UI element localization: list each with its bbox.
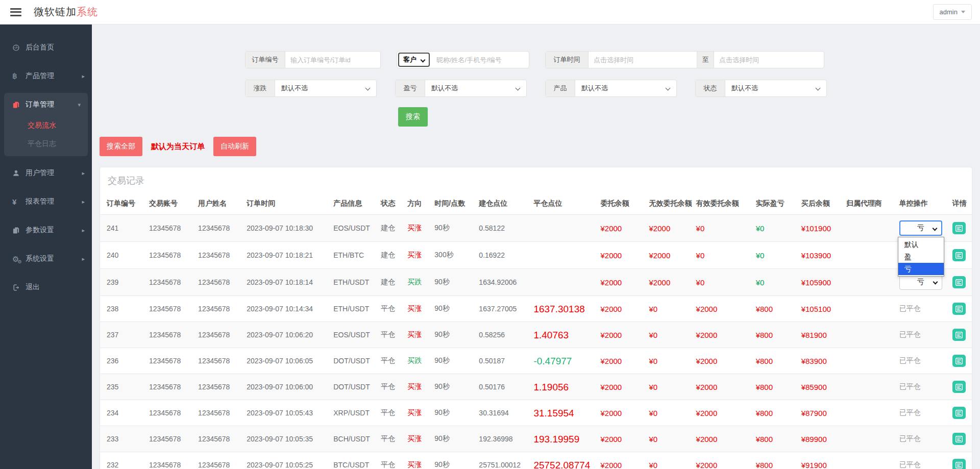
cell-order-id: 238 — [100, 296, 145, 322]
cell-trade-account: 12345678 — [145, 215, 194, 242]
cell-entrust-balance: ¥2000 — [596, 242, 645, 269]
cell-detail — [948, 215, 972, 242]
rise-fall-select[interactable]: 默认不选 — [275, 80, 376, 96]
status-select[interactable]: 默认不选 — [725, 80, 826, 96]
column-header: 无效委托余额 — [645, 193, 692, 215]
cell-user-name: 12345678 — [194, 348, 242, 374]
cell-valid-entrust-balance: ¥2000 — [692, 374, 752, 400]
sidebar-item-label: 退出 — [26, 283, 40, 292]
sidebar-item-products[interactable]: ฿ 产品管理 ▸ — [0, 64, 92, 88]
sidebar-item-logout[interactable]: 退出 — [0, 276, 92, 299]
sidebar-item-label: 系统设置 — [26, 254, 54, 263]
control-option[interactable]: 默认 — [898, 238, 944, 251]
sidebar-item-system[interactable]: ⚙⚙ 系统设置 ▸ — [0, 247, 92, 270]
cell-control: 已平仓 — [895, 296, 948, 322]
product-select[interactable]: 默认不选 — [575, 80, 676, 96]
chevron-down-icon: ▾ — [78, 102, 81, 108]
cell-agent — [842, 426, 895, 452]
cell-open-point: 1634.92006 — [475, 269, 529, 296]
rise-fall-label: 涨跌 — [246, 80, 275, 96]
order-no-input[interactable] — [285, 52, 380, 68]
auto-refresh-button[interactable]: 自动刷新 — [213, 137, 256, 156]
order-time-group: 订单时间 至 — [545, 51, 824, 68]
detail-button[interactable] — [952, 407, 966, 419]
detail-button[interactable] — [952, 329, 966, 341]
cell-agent — [842, 374, 895, 400]
search-all-button[interactable]: 搜索全部 — [100, 137, 142, 156]
cell-entrust-balance: ¥2000 — [596, 400, 645, 426]
detail-button[interactable] — [952, 222, 966, 234]
cell-agent — [842, 215, 895, 242]
search-button[interactable]: 搜索 — [398, 107, 428, 127]
detail-button[interactable] — [952, 303, 966, 315]
time-from-input[interactable] — [589, 52, 697, 68]
column-header: 实际盈亏 — [752, 193, 797, 215]
sidebar-item-params[interactable]: 参数设置 ▸ — [0, 218, 92, 242]
control-option[interactable]: 盈 — [898, 251, 944, 263]
cell-direction: 买涨 — [403, 215, 430, 242]
chevron-down-icon — [933, 280, 938, 285]
bitcoin-icon: ฿ — [12, 71, 26, 81]
cell-actual-pnl: ¥800 — [752, 296, 797, 322]
sidebar-item-dashboard[interactable]: 后台首页 — [0, 36, 92, 59]
detail-button[interactable] — [952, 459, 966, 469]
admin-menu[interactable]: admin — [933, 4, 972, 20]
cell-direction: 买涨 — [403, 452, 430, 469]
detail-button[interactable] — [952, 249, 966, 261]
cell-trade-account: 12345678 — [145, 400, 194, 426]
customer-type-select[interactable]: 客户 — [398, 53, 430, 67]
control-select[interactable]: 亏 — [899, 275, 942, 290]
top-header: 微软链加系统 admin — [0, 0, 980, 24]
closed-status-label: 已平仓 — [899, 382, 921, 390]
time-to-input[interactable] — [714, 52, 824, 68]
cell-valid-entrust-balance: ¥2000 — [692, 322, 752, 348]
cell-trade-account: 12345678 — [145, 426, 194, 452]
menu-toggle-icon[interactable] — [10, 8, 21, 16]
customer-input[interactable] — [431, 52, 529, 68]
table-row: 24012345678123456782023-09-07 10:18:21ET… — [100, 242, 972, 269]
cell-status: 平仓 — [377, 348, 403, 374]
cell-valid-entrust-balance: ¥2000 — [692, 400, 752, 426]
cell-open-point: 0.58256 — [475, 322, 529, 348]
profit-loss-select[interactable]: 默认不选 — [425, 80, 526, 96]
chevron-right-icon: ▸ — [82, 227, 85, 234]
cell-trade-account: 12345678 — [145, 296, 194, 322]
closed-status-label: 已平仓 — [899, 434, 921, 442]
detail-button[interactable] — [952, 433, 966, 445]
detail-button[interactable] — [952, 355, 966, 367]
status-value: 默认不选 — [731, 84, 758, 93]
sidebar-item-reports[interactable]: ¥ 报表管理 ▸ — [0, 190, 92, 213]
cell-valid-entrust-balance: ¥2000 — [692, 426, 752, 452]
detail-button[interactable] — [952, 381, 966, 393]
chevron-down-icon — [932, 226, 937, 231]
cell-close-point: 31.15954 — [529, 400, 596, 426]
cell-after-balance: ¥85900 — [797, 374, 842, 400]
cell-invalid-entrust-balance: ¥0 — [645, 452, 692, 469]
sidebar-item-close-log[interactable]: 平仓日志 — [4, 135, 88, 153]
cell-status: 建仓 — [377, 269, 403, 296]
cell-detail — [948, 400, 972, 426]
cell-open-point: 0.16922 — [475, 242, 529, 269]
cell-order-time: 2023-09-07 10:05:25 — [242, 452, 329, 469]
sidebar-item-trade-flow[interactable]: 交易流水 — [4, 116, 88, 135]
chevron-down-icon — [421, 57, 426, 62]
profit-loss-group: 盈亏 默认不选 — [395, 80, 527, 97]
cell-after-balance: ¥91900 — [797, 452, 842, 469]
cell-actual-pnl: ¥800 — [752, 426, 797, 452]
cell-direction: 买涨 — [403, 400, 430, 426]
detail-button[interactable] — [952, 276, 966, 288]
detail-card-icon — [955, 436, 963, 442]
sidebar-item-orders[interactable]: 订单管理 ▾ — [4, 93, 88, 116]
control-option[interactable]: 亏 — [898, 263, 944, 275]
cell-open-point: 0.58122 — [475, 215, 529, 242]
cell-order-id: 233 — [100, 426, 145, 452]
table-row: 23912345678123456782023-09-07 10:18:14ET… — [100, 269, 972, 296]
product-label: 产品 — [546, 80, 575, 96]
cell-actual-pnl: ¥800 — [752, 374, 797, 400]
sidebar-item-users[interactable]: 用户管理 ▸ — [0, 161, 92, 185]
sidebar-item-label: 订单管理 — [26, 100, 54, 109]
cell-duration: 90秒 — [430, 296, 475, 322]
rise-fall-group: 涨跌 默认不选 — [245, 80, 377, 97]
control-select[interactable]: 亏 — [899, 220, 942, 236]
panel-title: 交易记录 — [100, 167, 972, 193]
